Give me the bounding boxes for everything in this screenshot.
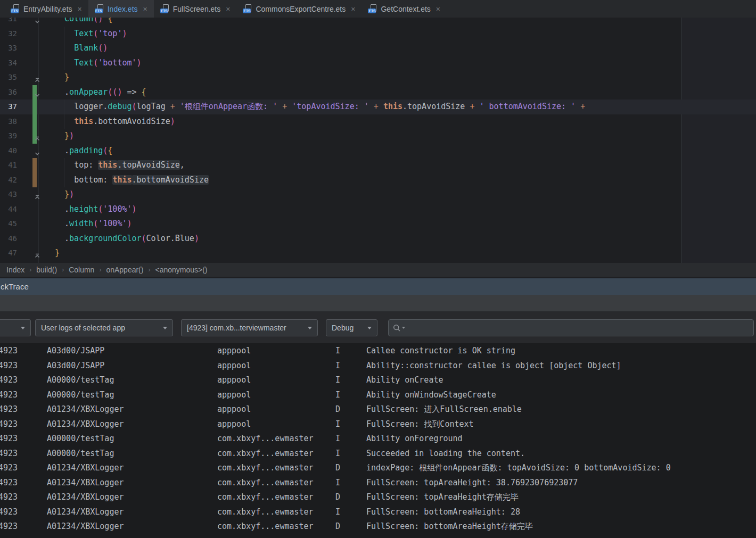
log-row[interactable]: 4923A01234/XBXLoggercom.xbxyf...ewmaster… [0, 461, 756, 476]
log-row[interactable]: 4923A01234/XBXLoggerapppoolDFullScreen: … [0, 402, 756, 417]
ets-file-icon: ETS [368, 4, 377, 13]
code-text[interactable]: top: this.topAvoidSize, [55, 158, 185, 173]
breadcrumb-item[interactable]: Index [6, 266, 24, 274]
log-row[interactable]: 4923A01234/XBXLoggercom.xbxyf...ewmaster… [0, 476, 756, 491]
close-tab-icon[interactable]: × [78, 5, 82, 13]
log-row[interactable]: 4923A03d00/JSAPPapppoolICallee construct… [0, 344, 756, 359]
line-number[interactable]: 36 [0, 85, 17, 100]
code-line: 35 } [0, 70, 756, 85]
log-message: Ability onCreate [366, 373, 443, 388]
line-number[interactable]: 32 [0, 27, 17, 42]
log-row[interactable]: 4923A00000/testTagcom.xbxyf...ewmasterIS… [0, 446, 756, 461]
log-message: FullScreen: bottomAreaHeight存储完毕 [366, 519, 533, 534]
line-number[interactable]: 46 [0, 231, 17, 246]
tab-Index.ets[interactable]: ETSIndex.ets× [88, 0, 154, 18]
log-row[interactable]: 4923A01234/XBXLoggercom.xbxyf...ewmaster… [0, 519, 756, 534]
code-text[interactable]: }) [55, 187, 74, 202]
log-type-dropdown[interactable]: User logs of selected app [35, 319, 173, 336]
code-text[interactable]: bottom: this.bottomAvoidSize [55, 173, 209, 188]
line-number[interactable]: 45 [0, 217, 17, 231]
code-text[interactable]: .height('100%') [55, 202, 137, 217]
tab-FullScreen.ets[interactable]: ETSFullScreen.ets× [154, 0, 237, 18]
fold-end-icon[interactable] [34, 74, 42, 81]
log-pid: 4923 [0, 402, 18, 417]
bottom-panel-tab-stacktrace[interactable]: ckTrace [0, 278, 756, 295]
fold-end-icon[interactable] [34, 250, 42, 257]
change-marker-bar [32, 158, 37, 173]
code-text[interactable]: .padding({ [55, 144, 112, 159]
code-line: 41 top: this.topAvoidSize, [0, 158, 756, 173]
line-number[interactable]: 43 [0, 187, 17, 202]
code-text[interactable]: Blank() [55, 41, 108, 56]
log-process: apppool [217, 359, 251, 374]
code-text[interactable]: .onAppear(() => { [55, 85, 146, 100]
line-number[interactable]: 39 [0, 129, 17, 144]
device-dropdown[interactable] [0, 319, 31, 336]
code-text[interactable]: Text('bottom') [55, 56, 142, 71]
log-tag: A01234/XBXLogger [47, 476, 124, 491]
line-number[interactable]: 31 [0, 18, 17, 27]
log-level-dropdown[interactable]: Debug [326, 319, 377, 336]
line-number[interactable]: 33 [0, 41, 17, 56]
chevron-down-icon [367, 327, 372, 329]
fold-start-icon[interactable] [34, 147, 42, 155]
fold-start-icon[interactable] [34, 89, 42, 96]
line-number[interactable]: 37 [0, 100, 17, 114]
breadcrumb-item[interactable]: onAppear() [106, 266, 143, 274]
code-text[interactable]: this.bottomAvoidSize) [55, 114, 175, 129]
code-text[interactable]: Text('top') [55, 27, 127, 42]
log-level: I [335, 359, 340, 374]
line-number[interactable]: 47 [0, 246, 17, 261]
tab-CommonsExportCentre.ets[interactable]: ETSCommonsExportCentre.ets× [236, 0, 361, 18]
close-tab-icon[interactable]: × [436, 5, 440, 13]
code-text[interactable]: } [55, 70, 69, 85]
line-number[interactable]: 38 [0, 114, 17, 129]
log-process: com.xbxyf...ewmaster [217, 490, 314, 505]
tab-GetContext.ets[interactable]: ETSGetContext.ets× [361, 0, 447, 18]
code-text[interactable]: }) [55, 129, 74, 144]
log-pid: 4923 [0, 432, 18, 446]
log-row[interactable]: 4923A01234/XBXLoggercom.xbxyf...ewmaster… [0, 490, 756, 505]
close-tab-icon[interactable]: × [351, 5, 355, 13]
process-dropdown[interactable]: [4923] com.xb...terviewmaster [181, 319, 318, 336]
close-tab-icon[interactable]: × [226, 5, 230, 13]
code-text[interactable]: .backgroundColor(Color.Blue) [55, 231, 199, 246]
log-process: com.xbxyf...ewmaster [217, 432, 314, 446]
breadcrumb-item[interactable]: build() [36, 266, 57, 274]
tab-EntryAbility.ets[interactable]: ETSEntryAbility.ets× [4, 0, 88, 18]
log-row[interactable]: 4923A00000/testTagapppoolIAbility onWind… [0, 388, 756, 403]
code-text[interactable]: Column() { [55, 18, 112, 27]
code-line: 40 .padding({ [0, 144, 756, 159]
line-number[interactable]: 41 [0, 158, 17, 173]
close-tab-icon[interactable]: × [143, 5, 147, 13]
fold-end-icon[interactable] [34, 133, 42, 140]
fold-end-icon[interactable] [34, 191, 42, 198]
log-row[interactable]: 4923A00000/testTagapppoolIAbility onCrea… [0, 373, 756, 388]
log-search-input[interactable] [405, 323, 749, 333]
code-editor[interactable]: 31 Column() {32 Text('top')33 Blank()34 … [0, 18, 756, 263]
line-number[interactable]: 42 [0, 173, 17, 188]
log-search-box[interactable] [388, 319, 754, 336]
breadcrumb-item[interactable]: <anonymous>() [155, 266, 207, 274]
code-text[interactable]: logger.debug(logTag + '根组件onAppear函数: ' … [55, 100, 585, 114]
chevron-down-icon [21, 327, 25, 329]
tab-label: Index.ets [108, 5, 138, 13]
log-row[interactable]: 4923A01234/XBXLoggerapppoolIFullScreen: … [0, 417, 756, 432]
line-number[interactable]: 44 [0, 202, 17, 217]
log-row[interactable]: 4923A03d00/JSAPPapppoolIAbility::constru… [0, 359, 756, 374]
ets-file-icon: ETS [95, 4, 104, 13]
line-number[interactable]: 34 [0, 56, 17, 71]
line-number[interactable]: 35 [0, 70, 17, 85]
log-row[interactable]: 4923A01234/XBXLoggercom.xbxyf...ewmaster… [0, 505, 756, 520]
log-row[interactable]: 4923A00000/testTagcom.xbxyf...ewmasterIA… [0, 432, 756, 446]
line-number[interactable]: 40 [0, 144, 17, 159]
chevron-down-icon [163, 327, 167, 329]
code-text[interactable]: } [55, 246, 60, 261]
fold-start-icon[interactable] [34, 18, 42, 23]
log-level: D [335, 490, 340, 505]
log-type-dropdown-label: User logs of selected app [41, 324, 125, 332]
change-marker-bar [32, 114, 37, 129]
breadcrumb-item[interactable]: Column [69, 266, 94, 274]
code-text[interactable]: .width('100%') [55, 217, 132, 231]
code-line: 36 .onAppear(() => { [0, 85, 756, 100]
